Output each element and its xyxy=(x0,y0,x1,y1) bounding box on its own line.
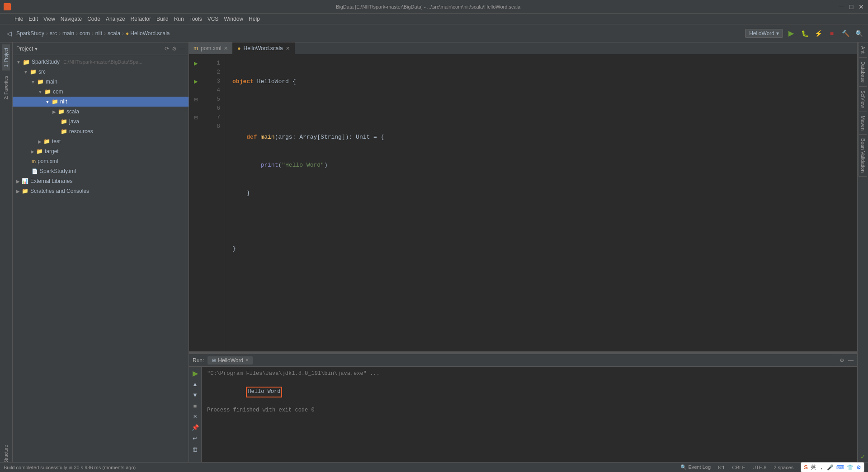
gutter-5: ⊟ xyxy=(194,95,198,104)
menu-analyze[interactable]: Analyze xyxy=(106,16,125,22)
code-editor[interactable]: object HelloWord { def main(args: Array[… xyxy=(225,55,857,351)
fold-gutter-5[interactable]: ⊟ xyxy=(194,97,198,103)
menu-build[interactable]: Build xyxy=(156,16,169,22)
favorites-panel-tab[interactable]: 2: Favorites xyxy=(2,72,10,103)
tab-helloword[interactable]: ● HelloWord.scala ✕ xyxy=(233,42,294,54)
minimize-button[interactable]: ─ xyxy=(838,4,844,10)
run-tab-label: HelloWord xyxy=(218,357,243,364)
menu-code[interactable]: Code xyxy=(87,16,100,22)
target-folder-icon: 📁 xyxy=(36,148,43,154)
tree-item-sparkstudy-iml[interactable]: 📄 SparkStudy.iml xyxy=(13,166,189,176)
line-number-3: 3 xyxy=(203,77,225,86)
run-gutter-icon[interactable]: ▶ xyxy=(194,61,198,66)
tree-item-java[interactable]: 📁 java xyxy=(13,117,189,126)
tree-item-resources[interactable]: 📁 resources xyxy=(13,126,189,136)
breadcrumb-niit[interactable]: niit xyxy=(95,30,102,37)
minimize-run-icon[interactable]: — xyxy=(848,357,854,364)
settings-icon[interactable]: ⚙ xyxy=(172,46,177,52)
tab-pomxml-close[interactable]: ✕ xyxy=(224,46,228,51)
menu-navigate[interactable]: Navigate xyxy=(61,16,82,22)
status-encoding[interactable]: UTF-8 xyxy=(752,465,766,470)
build-project-button[interactable]: 🔨 xyxy=(840,28,851,39)
run-with-coverage-button[interactable]: ⚡ xyxy=(813,28,824,39)
menu-tools[interactable]: Tools xyxy=(189,16,202,22)
breadcrumb-main[interactable]: main xyxy=(62,30,74,37)
right-tab-database[interactable]: Database xyxy=(859,58,867,87)
status-spaces[interactable]: 2 spaces xyxy=(774,465,793,470)
tree-item-external-libs[interactable]: ▶ 📊 External Libraries xyxy=(13,176,189,186)
menu-view[interactable]: View xyxy=(43,16,55,22)
right-tab-maven[interactable]: Maven xyxy=(859,112,867,135)
project-panel-title: Project ▾ xyxy=(16,46,38,52)
tree-item-main[interactable]: ▼ 📁 main xyxy=(13,77,189,87)
run-tab-helloword[interactable]: 🖥 HelloWord ✕ xyxy=(208,356,253,365)
breadcrumb-scala[interactable]: scala xyxy=(108,30,120,37)
stop-run-button[interactable]: ■ xyxy=(191,401,200,410)
stop-button[interactable]: ■ xyxy=(826,28,837,39)
tree-item-src[interactable]: ▼ 📁 src xyxy=(13,67,189,77)
maximize-button[interactable]: □ xyxy=(848,4,854,10)
com-folder-icon: 📁 xyxy=(44,89,51,95)
menu-help[interactable]: Help xyxy=(249,16,260,22)
status-crlf[interactable]: CRLF xyxy=(732,465,745,470)
tree-label-niit: niit xyxy=(60,98,67,105)
right-tab-sciview[interactable]: SciView xyxy=(859,87,867,112)
right-tab-ant[interactable]: Ant xyxy=(859,42,867,58)
run-button[interactable]: ▶ xyxy=(786,28,797,39)
event-log-link[interactable]: 🔍 Event Log xyxy=(680,464,711,470)
keyboard-icon[interactable]: ⌨ xyxy=(836,464,844,471)
tools-icon[interactable]: ⚙ xyxy=(856,464,861,471)
run-tab-close-icon[interactable]: ✕ xyxy=(245,357,249,363)
voice-icon[interactable]: 🎤 xyxy=(827,464,834,471)
menu-edit[interactable]: Edit xyxy=(28,16,38,22)
gutter: ▶ ▶ ⊟ ⊟ xyxy=(189,55,203,351)
wrap-button[interactable]: ↵ xyxy=(191,434,200,443)
scroll-up-button[interactable]: ▲ xyxy=(191,379,200,388)
menu-run[interactable]: Run xyxy=(174,16,184,22)
hello-word-output: Hello Word xyxy=(246,387,282,397)
menu-file[interactable]: File xyxy=(14,16,23,22)
close-output-button[interactable]: ✕ xyxy=(191,412,200,421)
fold-gutter-7[interactable]: ⊟ xyxy=(194,115,198,121)
breadcrumb-sparkstudy[interactable]: SparkStudy xyxy=(16,30,44,37)
menu-refactor[interactable]: Refactor xyxy=(131,16,151,22)
minimize-panel-icon[interactable]: — xyxy=(179,46,185,52)
pin-button[interactable]: 📌 xyxy=(191,423,200,432)
menu-vcs[interactable]: VCS xyxy=(208,16,219,22)
tree-item-sparkstudy[interactable]: ▼ 📁 SparkStudy E:\NIIT\spark-master\BigD… xyxy=(13,57,189,67)
tab-pomxml[interactable]: m pom.xml ✕ xyxy=(189,42,233,54)
tree-item-target[interactable]: ▶ 📁 target xyxy=(13,146,189,156)
tree-item-test[interactable]: ▶ 📁 test xyxy=(13,136,189,146)
run-controls: ▶ ▲ ▼ ■ ✕ 📌 ↵ 🗑 xyxy=(189,367,202,462)
tab-helloword-close[interactable]: ✕ xyxy=(286,46,290,51)
settings-run-icon[interactable]: ⚙ xyxy=(840,357,844,364)
back-button[interactable]: ◁ xyxy=(4,28,14,39)
run-panel-header: Run: 🖥 HelloWord ✕ ⚙ — xyxy=(189,354,857,367)
clear-button[interactable]: 🗑 xyxy=(191,444,200,453)
debug-button[interactable]: 🐛 xyxy=(799,28,810,39)
sync-icon[interactable]: ⟳ xyxy=(165,46,169,52)
punctuation-icon[interactable]: ， xyxy=(819,463,824,471)
skin-icon[interactable]: 👕 xyxy=(847,464,854,471)
code-line-6 xyxy=(232,217,850,226)
tree-item-niit[interactable]: ▼ 📁 niit xyxy=(13,97,189,107)
input-mode-label[interactable]: 英 xyxy=(811,463,816,471)
project-panel-tab[interactable]: 1: Project xyxy=(2,44,10,70)
run-again-button[interactable]: ▶ xyxy=(191,369,200,378)
tree-item-pomxml[interactable]: m pom.xml xyxy=(13,156,189,166)
run-config-dropdown[interactable]: HelloWord ▾ xyxy=(745,29,783,38)
right-tab-bean-validation[interactable]: Bean Validation xyxy=(859,135,867,177)
breadcrumb-src[interactable]: src xyxy=(50,30,57,37)
structure-panel-tab[interactable]: Structure xyxy=(2,449,11,458)
run-main-gutter-icon[interactable]: ▶ xyxy=(194,79,198,84)
search-everywhere-button[interactable]: 🔍 xyxy=(854,28,864,39)
close-button[interactable]: ✕ xyxy=(858,4,864,10)
scroll-down-button[interactable]: ▼ xyxy=(191,390,200,399)
tree-item-scala[interactable]: ▶ 📁 scala xyxy=(13,107,189,117)
breadcrumb-com[interactable]: com xyxy=(80,30,90,37)
line-number-8: 8 xyxy=(203,122,225,131)
menu-window[interactable]: Window xyxy=(224,16,243,22)
tree-item-scratches[interactable]: ▶ 📁 Scratches and Consoles xyxy=(13,186,189,196)
breadcrumb-file[interactable]: ● HelloWord.scala xyxy=(126,30,170,37)
tree-item-com[interactable]: ▼ 📁 com xyxy=(13,87,189,97)
